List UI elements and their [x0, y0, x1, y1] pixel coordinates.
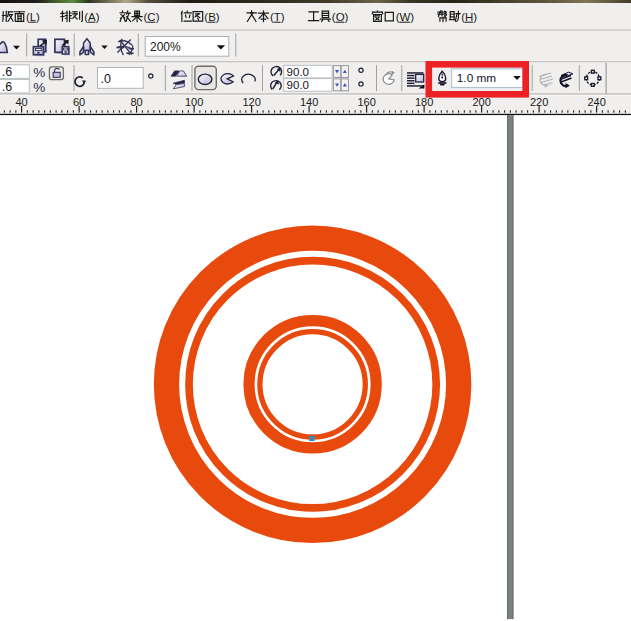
svg-text:%: %	[33, 65, 45, 80]
svg-text:%: %	[33, 80, 45, 95]
svg-text:1.0 mm: 1.0 mm	[457, 71, 497, 85]
svg-text:(C): (C)	[144, 11, 160, 23]
svg-text:80: 80	[130, 96, 142, 108]
svg-text:.0: .0	[101, 72, 111, 86]
svg-text:90.0: 90.0	[287, 79, 309, 91]
svg-text:(W): (W)	[396, 11, 415, 23]
svg-text:(B): (B)	[204, 11, 220, 23]
svg-text:240: 240	[587, 96, 605, 108]
svg-text:120: 120	[242, 96, 260, 108]
svg-text:.6: .6	[2, 65, 12, 79]
svg-text:(O): (O)	[332, 11, 349, 23]
svg-text:100: 100	[185, 96, 203, 108]
svg-text:40: 40	[15, 96, 27, 108]
svg-text:200%: 200%	[150, 40, 181, 54]
svg-text:140: 140	[300, 96, 318, 108]
svg-text:(L): (L)	[26, 11, 40, 23]
svg-text:.6: .6	[2, 80, 12, 94]
svg-text:160: 160	[357, 96, 375, 108]
svg-text:60: 60	[73, 96, 85, 108]
svg-text:90.0: 90.0	[287, 66, 309, 78]
svg-text:(A): (A)	[84, 11, 100, 23]
svg-text:(T): (T)	[270, 11, 285, 23]
svg-text:220: 220	[530, 96, 548, 108]
svg-text:(H): (H)	[461, 11, 477, 23]
